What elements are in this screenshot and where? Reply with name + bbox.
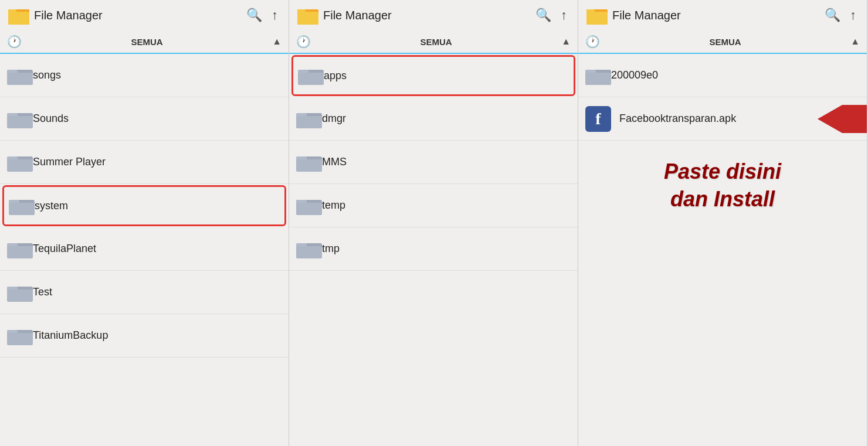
tab-arrow-3: ▲ bbox=[850, 36, 860, 47]
svg-rect-40 bbox=[296, 203, 322, 215]
red-arrow-indicator bbox=[818, 105, 867, 133]
list-item-facebook-apk[interactable]: f Facebooktransparan.apk bbox=[578, 97, 867, 141]
svg-rect-37 bbox=[296, 159, 322, 172]
tab-label-3: SEMUA bbox=[605, 37, 846, 47]
svg-rect-6 bbox=[7, 73, 33, 85]
file-name: 200009e0 bbox=[611, 69, 658, 81]
list-item[interactable]: Summer Player bbox=[0, 141, 289, 184]
svg-rect-27 bbox=[297, 12, 318, 25]
svg-rect-9 bbox=[7, 116, 33, 128]
file-name: Test bbox=[33, 286, 52, 298]
header-1: File Manager 🔍 ↑ bbox=[0, 0, 289, 30]
list-item[interactable]: 200009e0 bbox=[578, 54, 867, 97]
list-item[interactable]: Sounds bbox=[0, 97, 289, 141]
list-item[interactable]: MMS bbox=[289, 141, 578, 184]
panel-2: File Manager 🔍 ↑ 🕐 SEMUA ▲ apps dmgr bbox=[289, 0, 578, 446]
folder-icon bbox=[7, 325, 33, 346]
app-icon-2 bbox=[297, 5, 318, 26]
file-name: MMS bbox=[322, 156, 347, 168]
svg-rect-46 bbox=[586, 12, 608, 25]
list-item-highlighted[interactable]: apps bbox=[291, 55, 575, 96]
facebook-icon: f bbox=[585, 106, 611, 132]
folder-icon bbox=[585, 65, 611, 86]
svg-rect-28 bbox=[297, 9, 306, 13]
panel-1: File Manager 🔍 ↑ 🕐 SEMUA ▲ songs Sounds bbox=[0, 0, 289, 446]
file-list-1: songs Sounds Summer Player bbox=[0, 54, 289, 446]
file-name: system bbox=[35, 200, 68, 212]
tab-arrow-2: ▲ bbox=[561, 36, 571, 47]
list-item[interactable]: TequilaPlanet bbox=[0, 227, 289, 271]
folder-icon bbox=[296, 108, 322, 130]
app-icon-3 bbox=[586, 5, 608, 26]
header-3: File Manager 🔍 ↑ bbox=[578, 0, 867, 30]
folder-icon bbox=[298, 65, 324, 86]
header-title-3: File Manager bbox=[612, 9, 818, 22]
tabbar-1: 🕐 SEMUA ▲ bbox=[0, 30, 289, 54]
tab-label-1: SEMUA bbox=[26, 37, 267, 47]
search-button-1[interactable]: 🔍 bbox=[244, 5, 265, 25]
header-title-2: File Manager bbox=[323, 9, 528, 22]
folder-icon bbox=[296, 152, 322, 173]
file-list-2: apps dmgr MMS bbox=[289, 54, 578, 446]
svg-rect-47 bbox=[586, 9, 595, 13]
search-button-3[interactable]: 🔍 bbox=[822, 5, 843, 25]
list-item[interactable]: tmp bbox=[289, 227, 578, 271]
svg-rect-2 bbox=[8, 12, 29, 25]
paste-instruction: Paste disinidan Install bbox=[578, 141, 867, 231]
file-name: tmp bbox=[322, 243, 340, 255]
list-item[interactable]: TitaniumBackup bbox=[0, 314, 289, 358]
list-item[interactable]: Test bbox=[0, 271, 289, 314]
svg-rect-21 bbox=[7, 290, 33, 302]
file-name: dmgr bbox=[322, 113, 346, 125]
svg-rect-43 bbox=[296, 246, 322, 258]
folder-icon bbox=[7, 65, 33, 86]
file-list-3: 200009e0 f Facebooktransparan.apk Paste … bbox=[578, 54, 867, 446]
svg-rect-24 bbox=[7, 333, 33, 345]
svg-rect-15 bbox=[9, 203, 35, 215]
clock-icon-2: 🕐 bbox=[296, 35, 311, 49]
file-name: temp bbox=[322, 199, 345, 212]
svg-rect-12 bbox=[7, 159, 33, 172]
file-name: apps bbox=[324, 70, 347, 82]
folder-icon bbox=[7, 108, 33, 130]
header-2: File Manager 🔍 ↑ bbox=[289, 0, 578, 30]
file-name: TitaniumBackup bbox=[33, 329, 108, 342]
folder-icon bbox=[7, 152, 33, 173]
paste-title: Paste disinidan Install bbox=[590, 158, 855, 213]
folder-icon bbox=[296, 239, 322, 260]
sort-button-2[interactable]: ↑ bbox=[558, 5, 569, 25]
svg-rect-50 bbox=[585, 73, 611, 85]
tabbar-2: 🕐 SEMUA ▲ bbox=[289, 30, 578, 54]
list-item[interactable]: dmgr bbox=[289, 97, 578, 141]
folder-icon bbox=[7, 239, 33, 260]
tabbar-3: 🕐 SEMUA ▲ bbox=[578, 30, 867, 54]
file-name: songs bbox=[33, 69, 61, 81]
file-name: Facebooktransparan.apk bbox=[619, 113, 736, 125]
file-name: TequilaPlanet bbox=[33, 243, 96, 255]
sort-button-3[interactable]: ↑ bbox=[847, 5, 859, 25]
folder-icon bbox=[296, 195, 322, 216]
header-title-1: File Manager bbox=[34, 9, 239, 22]
svg-rect-34 bbox=[296, 116, 322, 128]
clock-icon-1: 🕐 bbox=[7, 35, 22, 49]
svg-rect-31 bbox=[298, 73, 324, 85]
sort-button-1[interactable]: ↑ bbox=[269, 5, 280, 25]
tab-label-2: SEMUA bbox=[316, 37, 557, 47]
folder-icon bbox=[9, 195, 35, 216]
tab-arrow-1: ▲ bbox=[272, 36, 282, 47]
clock-icon-3: 🕐 bbox=[585, 35, 600, 49]
folder-icon bbox=[7, 282, 33, 303]
list-item-highlighted[interactable]: system bbox=[2, 185, 286, 226]
svg-rect-18 bbox=[7, 246, 33, 258]
svg-rect-3 bbox=[8, 9, 16, 13]
file-name: Sounds bbox=[33, 113, 69, 125]
search-button-2[interactable]: 🔍 bbox=[533, 5, 554, 25]
list-item[interactable]: temp bbox=[289, 184, 578, 227]
app-icon-1 bbox=[8, 5, 29, 26]
panel-3: File Manager 🔍 ↑ 🕐 SEMUA ▲ 200009e0 f Fa… bbox=[578, 0, 867, 446]
file-name: Summer Player bbox=[33, 156, 106, 168]
list-item[interactable]: songs bbox=[0, 54, 289, 97]
